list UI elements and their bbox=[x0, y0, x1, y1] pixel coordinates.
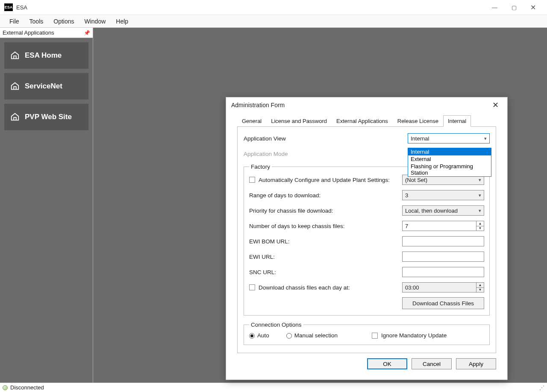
tab-internal[interactable]: Internal bbox=[443, 115, 471, 127]
chevron-down-icon: ▾ bbox=[479, 177, 481, 183]
apply-button[interactable]: Apply bbox=[456, 358, 496, 369]
menu-file[interactable]: File bbox=[4, 16, 24, 26]
priority-value: Local, then download bbox=[405, 208, 458, 214]
home-icon bbox=[10, 51, 20, 60]
sidebar-item-pvp-web-site[interactable]: PVP Web Site bbox=[4, 104, 88, 130]
home-icon bbox=[10, 112, 20, 122]
main-area: yst Administration Form ✕ General Licens… bbox=[93, 28, 547, 383]
priority-combo[interactable]: Local, then download ▾ bbox=[402, 205, 484, 216]
ok-button[interactable]: OK bbox=[367, 358, 407, 369]
administration-form-dialog: Administration Form ✕ General License an… bbox=[226, 97, 508, 380]
menu-help[interactable]: Help bbox=[111, 16, 133, 26]
dropdown-option-flashing-or-programming[interactable]: Flashing or Programming Station bbox=[408, 163, 491, 176]
download-chassis-files-button[interactable]: Download Chassis Files bbox=[402, 297, 484, 309]
plant-settings-value: (Not Set) bbox=[405, 177, 427, 183]
pin-icon[interactable]: 📌 bbox=[84, 30, 90, 36]
maximize-button[interactable]: ▢ bbox=[504, 1, 523, 14]
connection-options-legend: Connection Options bbox=[249, 322, 303, 328]
spinner-icon[interactable]: ▲▼ bbox=[476, 221, 484, 231]
side-panel-title: External Applications bbox=[3, 29, 54, 36]
factory-group: Factory Automatically Configure and Upda… bbox=[244, 164, 490, 316]
ewi-url-input[interactable] bbox=[402, 252, 484, 262]
tab-general[interactable]: General bbox=[237, 115, 266, 127]
menu-window[interactable]: Window bbox=[79, 16, 111, 26]
application-view-combo[interactable]: Internal ▾ bbox=[408, 133, 490, 143]
dialog-close-button[interactable]: ✕ bbox=[489, 100, 502, 110]
snc-url-input[interactable] bbox=[402, 267, 484, 277]
download-time-value: 03:00 bbox=[405, 284, 419, 291]
auto-configure-checkbox[interactable] bbox=[249, 177, 255, 183]
label-snc-url: SNC URL: bbox=[249, 269, 402, 275]
application-view-value: Internal bbox=[411, 135, 429, 142]
window-title: ESA bbox=[16, 4, 27, 11]
label-auto-configure: Automatically Configure and Update Plant… bbox=[259, 177, 402, 183]
side-panel-header: External Applications 📌 bbox=[0, 28, 93, 38]
sidebar-item-label: PVP Web Site bbox=[25, 113, 72, 121]
dropdown-option-internal[interactable]: Internal bbox=[408, 148, 491, 155]
sidebar-item-esa-home[interactable]: ESA Home bbox=[4, 42, 88, 69]
connection-status-text: Disconnected bbox=[10, 384, 44, 391]
menu-bar: File Tools Options Window Help bbox=[0, 15, 547, 28]
chevron-down-icon: ▾ bbox=[479, 208, 481, 214]
radio-auto[interactable]: Auto bbox=[249, 332, 269, 339]
connection-status-icon bbox=[3, 385, 8, 390]
label-ewi-bom-url: EWI BOM URL: bbox=[249, 238, 402, 245]
download-time-input[interactable]: 03:00 ▲▼ bbox=[402, 282, 484, 293]
ewi-bom-url-input[interactable] bbox=[402, 236, 484, 246]
menu-options[interactable]: Options bbox=[48, 16, 79, 26]
cancel-button[interactable]: Cancel bbox=[412, 358, 452, 369]
label-keep-days: Number of days to keep chassis files: bbox=[249, 223, 402, 229]
label-application-view: Application View bbox=[244, 135, 408, 142]
sidebar-item-label: ESA Home bbox=[25, 51, 62, 60]
side-panel: External Applications 📌 ESA Home Service… bbox=[0, 28, 93, 383]
label-range-days: Range of days to download: bbox=[249, 192, 402, 199]
factory-legend: Factory bbox=[249, 164, 272, 170]
tab-license-and-password[interactable]: License and Password bbox=[266, 115, 332, 127]
dialog-title: Administration Form bbox=[231, 102, 285, 108]
spinner-icon[interactable]: ▲▼ bbox=[476, 283, 484, 292]
label-download-each-day: Download chassis files each day at: bbox=[259, 284, 402, 291]
window-titlebar: ESA ESA — ▢ ✕ bbox=[0, 0, 547, 15]
dropdown-option-external[interactable]: External bbox=[408, 155, 491, 163]
chevron-down-icon: ▾ bbox=[484, 136, 487, 141]
connection-options-group: Connection Options Auto Manual selection… bbox=[244, 322, 490, 345]
status-bar: Disconnected ⋰ bbox=[0, 383, 547, 392]
dialog-tabs: General License and Password External Ap… bbox=[237, 115, 496, 127]
app-icon: ESA bbox=[4, 3, 13, 11]
sidebar-item-label: ServiceNet bbox=[25, 82, 62, 91]
range-days-combo[interactable]: 3 ▾ bbox=[402, 190, 484, 200]
sidebar-item-servicenet[interactable]: ServiceNet bbox=[4, 73, 88, 99]
tab-release-license[interactable]: Release License bbox=[393, 115, 443, 127]
label-priority: Priority for chassis file download: bbox=[249, 208, 402, 214]
keep-days-value: 7 bbox=[405, 223, 408, 229]
range-days-value: 3 bbox=[405, 192, 408, 199]
minimize-button[interactable]: — bbox=[485, 1, 504, 14]
label-ewi-url: EWI URL: bbox=[249, 254, 402, 260]
keep-days-input[interactable]: 7 ▲▼ bbox=[402, 221, 484, 231]
close-button[interactable]: ✕ bbox=[523, 1, 543, 14]
tab-external-applications[interactable]: External Applications bbox=[332, 115, 393, 127]
application-view-dropdown-list[interactable]: Internal External Flashing or Programmin… bbox=[408, 148, 491, 177]
resize-grip-icon[interactable]: ⋰ bbox=[539, 385, 544, 391]
chevron-down-icon: ▾ bbox=[479, 193, 481, 198]
checkbox-ignore-mandatory-update[interactable]: Ignore Mandatory Update bbox=[355, 332, 447, 339]
menu-tools[interactable]: Tools bbox=[24, 16, 49, 26]
download-each-day-checkbox[interactable] bbox=[249, 284, 255, 290]
radio-manual[interactable]: Manual selection bbox=[286, 332, 338, 339]
home-icon bbox=[10, 82, 20, 91]
